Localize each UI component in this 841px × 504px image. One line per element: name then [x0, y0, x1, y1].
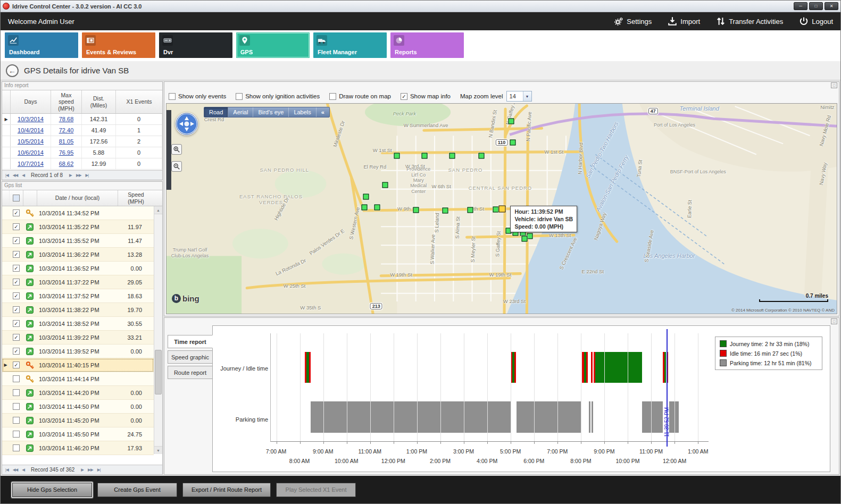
map-zoom-select[interactable]: 14▼: [506, 91, 532, 102]
gps-marker[interactable]: [527, 233, 532, 239]
map-view-labels[interactable]: Labels: [289, 107, 316, 117]
action-transfer-activities[interactable]: Transfer Activities: [716, 16, 783, 26]
row-checkbox[interactable]: ✓: [13, 348, 20, 355]
checkbox[interactable]: [169, 93, 176, 100]
info-report-row[interactable]: 10/5/201481.05172.562: [2, 136, 162, 147]
gps-list-row[interactable]: 10/3/2014 11:46:20 PM17.93: [2, 441, 154, 455]
gps-marker[interactable]: [467, 207, 473, 213]
row-checkbox[interactable]: ✓: [13, 320, 20, 327]
row-checkbox[interactable]: [13, 375, 20, 382]
zoom-out-button[interactable]: [171, 161, 182, 172]
gps-marker[interactable]: [521, 236, 527, 242]
scroll-down-icon[interactable]: ▼: [154, 446, 162, 454]
close-button[interactable]: ✕: [825, 2, 838, 10]
col-days[interactable]: Days: [11, 90, 51, 113]
row-checkbox[interactable]: [13, 444, 20, 451]
map-area[interactable]: RoadAerialBird's eyeLabels «: [166, 103, 837, 314]
tab-dvr[interactable]: Dvr: [159, 32, 232, 58]
tab-gps[interactable]: GPS: [236, 32, 310, 58]
gps-list-row[interactable]: 10/3/2014 11:44:50 PM0.00: [2, 400, 154, 414]
checkbox[interactable]: [329, 93, 336, 100]
gps-list-row[interactable]: ✓10/3/2014 11:38:52 PM30.55: [2, 317, 154, 331]
map-collapsed-panel[interactable]: [166, 110, 171, 190]
row-checkbox[interactable]: ✓: [13, 306, 20, 313]
gps-list-row[interactable]: 10/3/2014 11:44:20 PM0.00: [2, 386, 154, 400]
gps-list-row[interactable]: 10/3/2014 11:45:50 PM24.75: [2, 427, 154, 441]
gps-marker[interactable]: [394, 153, 400, 159]
gps-list-row[interactable]: ✓10/3/2014 11:38:22 PM19.70: [2, 303, 154, 317]
gps-marker[interactable]: [363, 194, 369, 199]
tab-time-report[interactable]: Time report: [168, 335, 213, 348]
checkbox[interactable]: ✓: [401, 93, 407, 100]
gps-list-row[interactable]: 10/3/2014 11:45:20 PM0.00: [2, 414, 154, 427]
gps-marker[interactable]: [479, 153, 485, 159]
pager-last[interactable]: ▶|: [96, 467, 102, 472]
col-date-hour[interactable]: Date / hour (local): [37, 190, 118, 206]
max-speed-link[interactable]: 68.62: [51, 158, 82, 169]
map-option-0[interactable]: Show only events: [169, 93, 226, 100]
action-import[interactable]: Import: [668, 16, 700, 26]
tab-events-reviews[interactable]: Events & Reviews: [82, 32, 155, 58]
day-link[interactable]: 10/4/2014: [11, 125, 51, 136]
checkbox[interactable]: [236, 93, 243, 100]
max-speed-link[interactable]: 76.95: [51, 147, 82, 158]
col-x1-events[interactable]: X1 Events: [116, 90, 162, 113]
row-checkbox[interactable]: [13, 417, 20, 424]
pager-fast-prev[interactable]: ◀◀: [12, 467, 19, 472]
gps-list-row[interactable]: ✓10/3/2014 11:36:22 PM13.28: [2, 248, 154, 262]
row-checkbox[interactable]: ✓: [13, 223, 20, 230]
day-link[interactable]: 10/3/2014: [11, 114, 51, 124]
pager-first[interactable]: |◀: [4, 173, 10, 178]
pager-fast-next[interactable]: ▶▶: [75, 173, 82, 178]
max-speed-link[interactable]: 81.05: [51, 136, 82, 147]
pager-fast-prev[interactable]: ◀◀: [12, 173, 19, 178]
action-settings[interactable]: Settings: [614, 16, 652, 26]
gps-list-row[interactable]: ✓10/3/2014 11:35:22 PM11.97: [2, 220, 154, 234]
pager-prev[interactable]: ◀: [21, 173, 26, 178]
map-view-road[interactable]: Road: [204, 107, 228, 117]
gps-list-row[interactable]: 10/3/2014 11:44:14 PM: [2, 372, 154, 386]
tab-reports[interactable]: Reports: [390, 32, 464, 58]
info-report-row[interactable]: 10/7/201468.6212.990: [2, 158, 162, 170]
row-checkbox[interactable]: ✓: [13, 334, 20, 341]
map-compass-control[interactable]: [175, 112, 198, 136]
gps-marker[interactable]: [374, 205, 380, 211]
gps-list-row[interactable]: ✓10/3/2014 11:37:52 PM18.63: [2, 289, 154, 303]
gps-list-row[interactable]: ✓10/3/2014 11:39:22 PM33.21: [2, 331, 154, 345]
row-checkbox[interactable]: ✓: [13, 279, 20, 285]
tab-dashboard[interactable]: Dashboard: [5, 32, 78, 58]
hide-gps-selection-button[interactable]: Hide Gps Selection: [12, 483, 92, 497]
back-button[interactable]: ←: [6, 64, 19, 77]
select-all-checkbox[interactable]: [13, 195, 20, 201]
maximize-button[interactable]: □: [809, 2, 823, 10]
info-report-row[interactable]: ▶10/3/201478.68142.310: [2, 114, 162, 125]
gps-marker[interactable]: [422, 153, 428, 159]
row-checkbox[interactable]: ✓: [13, 265, 20, 272]
max-speed-link[interactable]: 78.68: [51, 114, 82, 124]
row-checkbox[interactable]: ✓: [13, 292, 20, 299]
gps-marker[interactable]: [413, 207, 419, 213]
gps-list-row[interactable]: ✓10/3/2014 11:35:52 PM11.47: [2, 234, 154, 248]
map-option-2[interactable]: Draw route on map: [329, 93, 391, 100]
row-checkbox[interactable]: ✓: [13, 237, 20, 244]
row-checkbox[interactable]: [13, 403, 20, 410]
gps-list-row[interactable]: ✓10/3/2014 11:39:52 PM0.00: [2, 345, 154, 358]
minimize-button[interactable]: ─: [794, 2, 807, 10]
day-link[interactable]: 10/6/2014: [11, 147, 51, 158]
pager-next[interactable]: ▶: [68, 173, 73, 178]
zoom-in-button[interactable]: [171, 144, 182, 155]
scroll-up-icon[interactable]: ▲: [154, 206, 162, 214]
tab-route-report[interactable]: Route report: [168, 366, 213, 379]
maximize-map-panel-button[interactable]: □: [831, 82, 837, 88]
row-checkbox[interactable]: [13, 389, 20, 396]
gps-marker[interactable]: [508, 119, 514, 124]
gps-list-scrollbar[interactable]: ▲ ▼: [154, 206, 162, 454]
map-option-3[interactable]: ✓Show map info: [401, 93, 451, 100]
gps-marker[interactable]: [382, 182, 388, 188]
col-max-speed[interactable]: Max speed (MPH): [51, 90, 82, 113]
info-report-row[interactable]: 10/4/201472.4041.491: [2, 125, 162, 136]
pager-prev[interactable]: ◀: [21, 467, 26, 472]
row-checkbox[interactable]: ✓: [13, 362, 20, 368]
gps-marker[interactable]: [361, 205, 367, 211]
action-logout[interactable]: Logout: [799, 16, 833, 26]
